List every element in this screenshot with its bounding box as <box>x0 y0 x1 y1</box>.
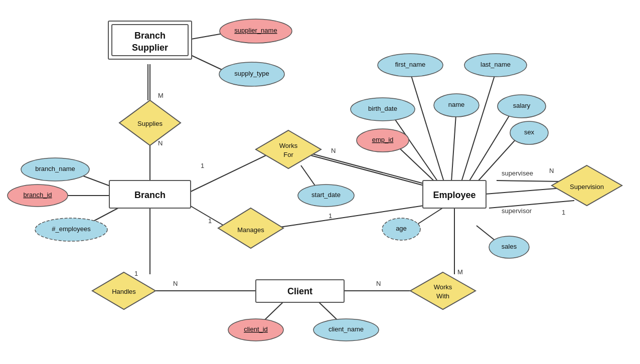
works-with-label1: Works <box>434 283 452 291</box>
supplies-label: Supplies <box>137 120 163 127</box>
multiplicity-n-workswith-client: N <box>376 280 381 287</box>
branch-supplier-label: Branch <box>134 31 166 41</box>
works-with-label2: With <box>436 292 449 300</box>
multiplicity-1-supervisor: 1 <box>562 209 565 216</box>
sex-text: sex <box>524 128 535 136</box>
works-for-label2: For <box>283 151 293 158</box>
svg-line-12 <box>486 188 562 194</box>
name-text: name <box>448 101 465 108</box>
supply-type-text: supply_type <box>234 70 269 77</box>
salary-text: salary <box>513 102 531 109</box>
first-name-text: first_name <box>395 61 426 68</box>
multiplicity-n-supplies: N <box>158 139 163 147</box>
multiplicity-1-manages-branch: 1 <box>208 217 212 225</box>
multiplicity-m-workswith-emp: M <box>457 268 463 276</box>
label-supervisee: supervisee <box>502 169 533 177</box>
multiplicity-1-worksfor-branch: 1 <box>201 162 204 169</box>
branch-supplier-label2: Supplier <box>132 43 168 53</box>
svg-line-3 <box>186 155 266 194</box>
svg-line-21 <box>451 108 456 181</box>
multiplicity-m-supplies: M <box>158 92 164 99</box>
branch-label: Branch <box>134 190 166 200</box>
supervision-label: Supervision <box>570 183 604 191</box>
multiplicity-n-supervisee: N <box>549 167 554 174</box>
emp-id-text: emp_id <box>372 136 394 143</box>
works-for-label1: Works <box>279 142 298 149</box>
multiplicity-1-handles: 1 <box>134 270 138 277</box>
branch-id-text: branch_id <box>23 191 52 199</box>
employee-label: Employee <box>433 190 475 200</box>
handles-label: Handles <box>112 288 136 295</box>
client-label: Client <box>287 286 312 296</box>
sales-text: sales <box>502 243 517 250</box>
multiplicity-n-worksfor-emp: N <box>331 147 336 154</box>
manages-label: Manages <box>237 226 264 234</box>
start-date-text: start_date <box>311 191 341 199</box>
client-id-text: client_id <box>244 325 268 333</box>
multiplicity-n-handles: N <box>173 280 178 287</box>
svg-line-4 <box>311 155 424 186</box>
birth-date-text: birth_date <box>368 105 397 112</box>
multiplicity-1-manages-emp: 1 <box>329 212 332 220</box>
svg-line-6 <box>186 203 228 228</box>
num-employees-text: #_employees <box>52 225 91 233</box>
branch-name-text: branch_name <box>35 165 75 172</box>
label-supervisor: supervisor <box>502 207 532 215</box>
client-name-text: client_name <box>329 325 364 333</box>
svg-line-28 <box>497 180 562 181</box>
age-text: age <box>396 225 407 232</box>
svg-line-5 <box>312 154 425 184</box>
supplier-name-text: supplier_name <box>234 27 277 34</box>
last-name-text: last_name <box>481 61 511 68</box>
svg-line-24 <box>474 133 522 186</box>
